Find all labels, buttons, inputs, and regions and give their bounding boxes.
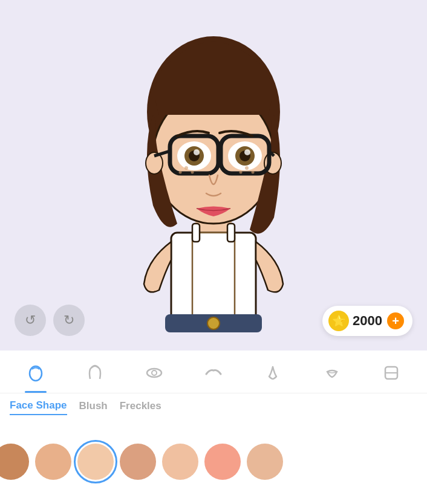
svg-rect-30 (192, 224, 200, 242)
svg-point-26 (240, 171, 243, 174)
avatar-area: ↺ ↻ ⭐ 2000 + (0, 0, 427, 351)
coin-star-icon: ⭐ (328, 311, 349, 331)
color-swatch-1[interactable] (0, 444, 29, 480)
undo-button[interactable]: ↺ (15, 305, 46, 336)
coin-plus-button[interactable]: + (387, 312, 404, 329)
color-swatch-5[interactable] (162, 444, 198, 480)
svg-point-34 (30, 366, 42, 381)
category-brows-button[interactable] (184, 358, 243, 388)
svg-point-21 (244, 149, 250, 155)
svg-point-25 (245, 166, 249, 170)
category-hair-button[interactable] (65, 358, 125, 388)
avatar-container (99, 18, 328, 332)
category-icons-row (0, 351, 427, 393)
svg-rect-31 (227, 224, 235, 242)
svg-point-22 (184, 166, 188, 170)
color-swatch-2[interactable] (35, 444, 71, 480)
svg-point-33 (207, 317, 220, 329)
category-extras-button[interactable] (362, 358, 421, 388)
category-eyes-button[interactable] (125, 358, 184, 388)
sub-tabs-row: Face Shape Blush Freckles (0, 393, 427, 419)
svg-point-24 (179, 171, 182, 174)
svg-point-36 (152, 370, 157, 375)
category-nose-button[interactable] (243, 358, 302, 388)
sub-tab-face-shape[interactable]: Face Shape (10, 399, 67, 415)
history-controls: ↺ ↻ (15, 305, 85, 336)
svg-point-20 (194, 149, 200, 155)
svg-point-27 (252, 171, 255, 174)
coin-badge: ⭐ 2000 + (322, 306, 412, 336)
bottom-panel: Face Shape Blush Freckles (0, 351, 427, 504)
svg-point-23 (191, 171, 194, 174)
svg-rect-29 (192, 233, 235, 326)
sub-tab-freckles[interactable]: Freckles (120, 399, 161, 415)
sub-tab-blush[interactable]: Blush (79, 399, 108, 415)
coin-amount: 2000 (353, 313, 382, 329)
redo-button[interactable]: ↻ (53, 305, 85, 336)
color-swatch-4[interactable] (120, 444, 156, 480)
category-face-button[interactable] (6, 358, 65, 388)
color-swatch-7[interactable] (247, 444, 283, 480)
color-swatch-6[interactable] (204, 444, 241, 480)
swatches-row (0, 419, 427, 504)
color-swatch-3[interactable] (77, 444, 114, 480)
category-mouth-button[interactable] (302, 358, 362, 388)
